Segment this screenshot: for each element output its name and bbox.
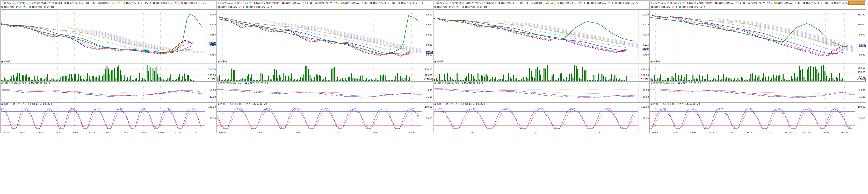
axis-tick-label: 50.00 [210,117,216,120]
time-label: 16:30 [747,132,753,133]
date-range: 2011/07/22 - 2011/08/01 [466,1,496,5]
chart-panel: 日経225mini 11/09(15分) 2011/07/22 - 2011/0… [217,0,433,133]
date-range: 2011/07/22 - 2011/08/01 [249,1,279,5]
axis-tick-label: -7.00 [210,89,216,91]
indicator-item: 移動平均(Close, 20 ) [587,1,613,5]
stochastics-chart[interactable] [1,106,205,131]
candlestick-canvas [650,10,855,60]
indicator-chip-icon [434,6,436,8]
time-axis-labels: 07/2516:3007/2616:3007/2716:3007/2816:30… [650,131,855,133]
time-label: 07/30 [175,132,181,133]
stoch-canvas [434,106,638,131]
macd-chart[interactable] [1,85,205,102]
volume-chip-icon [218,61,219,63]
time-label: 09:20 [3,132,9,133]
time-axis-corner [205,131,216,133]
candlestick-canvas [434,10,638,60]
stoch-chip-icon [218,104,219,105]
axis-tick-label: 210.00 [641,74,649,76]
macd-chart[interactable] [650,85,855,102]
axis-tick-label: 420.00 [641,68,649,71]
axis-tick-label: 202.50 [858,67,866,69]
time-axis: 07/2707/2807/29 [434,131,649,133]
indicator-item-label: 移動平均(Close, 40 ) [248,5,272,9]
indicator-chip-icon [1,6,3,8]
date-range: 2011/07/22 - 2011/08/01 [682,1,712,5]
macd-chart[interactable] [434,85,638,102]
indicator-item: 移動平均(Close, 40 ) [463,5,488,9]
price-chart[interactable] [217,10,422,60]
volume-chart[interactable] [217,64,422,81]
indicator-chip-icon [399,2,400,4]
axis-tick-label: 9,840 [859,53,865,56]
time-label: 07/27 [728,132,734,133]
indicator-item-label: 移動平均(Close, 5 ) [184,1,206,5]
time-label: 16:30 [671,132,677,133]
indicator-chip-icon [153,2,155,4]
indicator-item: 移動平均(Close, 10 ) [715,1,741,5]
axis-tick-label: 100.00 [858,106,866,108]
time-label: 22:40 [157,132,164,133]
time-axis: 07/2516:3007/2616:3007/2716:3007/2816:30… [650,131,866,133]
chart-panels-container: 日経225mini 11/09( 5分) 2011/07/28 - 2011/0… [0,0,866,133]
volume-chart[interactable] [1,64,205,81]
indicator-item-label: 一目均衡表( 9, 26, 52 ) [312,1,339,5]
price-chart[interactable] [650,10,855,60]
macd-chip-icon [29,82,30,84]
axis-tick-label: 10,050 [641,13,649,16]
time-label: 16:30 [785,132,791,133]
indicator-item-label: 移動平均(Close, 20 ) [373,1,396,5]
indicator-list-2: 移動平均(Close, 25 )移動平均(Close, 40 ) [651,5,707,9]
volume-label: 出来高 [653,60,660,63]
volume-label: 出来高 [4,60,11,63]
time-label: 13:20 [54,132,61,133]
indicator-chip-icon [557,2,559,4]
indicator-item: 移動平均(Close, 5 ) [615,1,640,5]
indicator-chip-icon [715,2,717,4]
axis-tick-label: 210.00 [208,68,216,71]
volume-chart[interactable] [650,64,855,81]
macd-axis: 10.00-20.00 [638,85,649,102]
stoch-axis: 100.0050.00 [638,106,649,131]
axis-tick-label: 9,840 [426,44,432,46]
indicator-item: 移動平均(Close, 40 ) [246,5,272,9]
chart-panel: 日経225mini 11/09(30分) 2011/07/22 - 2011/0… [434,0,650,133]
volume-scale-box: C: 1000 [640,78,649,81]
time-label: 14:40 [71,132,78,133]
volume-chip-icon [1,61,3,63]
indicator-item: 移動平均(Close, 25 ) [434,5,460,9]
macd-canvas [1,85,205,102]
instrument-title: 日経225mini 11/09(30分) [434,1,464,5]
axis-tick-label: 9,905 [210,24,216,26]
volume-axis: C: 1000 202.50135.0067.50 [855,64,866,81]
macd-section-label: 移動平均(Close, 75 ) MACD( 12, 26, 9 ) [650,81,866,85]
stochastics-chart[interactable] [434,106,638,131]
indicator-chip-icon [804,2,805,4]
time-axis-labels: 07/2707/2807/29 [434,131,638,133]
indicator-chip-icon [463,6,464,8]
stoch-chip-icon [651,104,652,105]
price-chart[interactable] [434,10,638,60]
chart-panel: 日経225mini 11/09(60分) 2011/07/22 - 2011/0… [650,0,866,133]
panel-header: 日経225mini 11/09( 5分) 2011/07/28 - 2011/0… [1,1,216,9]
indicator-chip-icon [832,2,833,4]
indicator-item: 移動平均(Close, 25 ) [651,5,677,9]
time-label: 07/29 [595,132,601,133]
indicator-item-label: 移動平均(Close, 40 ) [32,5,55,9]
time-label: 20:00 [123,132,129,133]
price-chart[interactable] [1,10,205,60]
axis-tick-label: -35.00 [858,96,865,98]
stoch-axis: 100.0050.00 [205,106,216,131]
axis-tick-label: 9,945 [210,13,216,16]
axis-tick-label: 100.00 [641,106,649,108]
date-range: 2011/07/28 - 2011/08/01 [32,1,62,5]
axis-tick-label: -42.00 [209,96,216,98]
macd-chart[interactable] [217,85,422,102]
time-axis-corner [855,131,866,133]
stoch-chip-icon [434,104,436,105]
stochastics-chart[interactable] [650,106,855,131]
stochastics-chart[interactable] [217,106,422,131]
volume-chart[interactable] [434,64,638,81]
volume-section-label: 出来高 [217,60,433,63]
indicator-item: 移動平均(Close, 20 ) [370,1,396,5]
